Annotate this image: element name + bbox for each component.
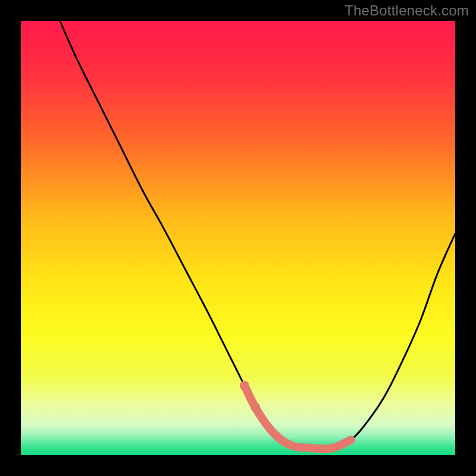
plot-area — [21, 21, 455, 455]
chart-svg — [21, 21, 455, 455]
highlight-dot — [240, 381, 249, 390]
bottleneck-curve — [60, 21, 455, 449]
chart-stage: TheBottleneck.com — [0, 0, 476, 476]
watermark-text: TheBottleneck.com — [345, 2, 469, 19]
highlight-segment — [245, 386, 351, 449]
highlight-dot — [250, 403, 260, 412]
curve-group — [60, 21, 455, 449]
